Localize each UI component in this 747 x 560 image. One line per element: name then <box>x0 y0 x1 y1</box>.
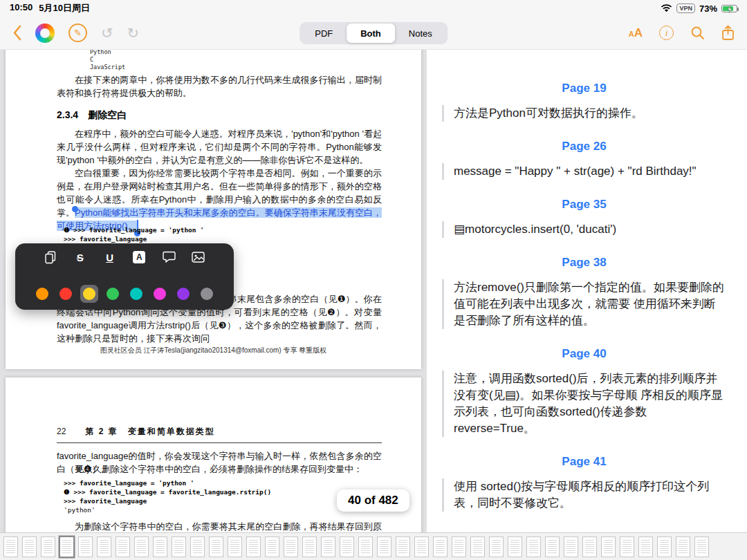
share-icon[interactable] <box>721 25 735 41</box>
segment-both[interactable]: Both <box>347 24 395 43</box>
image-icon[interactable] <box>191 250 206 264</box>
page-thumbnail[interactable] <box>321 536 335 557</box>
color-swatch-2[interactable] <box>80 285 98 303</box>
back-icon[interactable] <box>12 25 21 41</box>
page-thumbnail[interactable] <box>433 536 448 557</box>
text-size-button[interactable]: AA <box>629 26 643 40</box>
page-thumbnail[interactable] <box>116 536 130 557</box>
page-thumbnail[interactable] <box>526 536 541 557</box>
note-page-header: Page 38 <box>442 256 726 270</box>
code-snippet-top: PythonCJavaScript <box>90 50 125 71</box>
page-thumbnail[interactable] <box>582 536 597 557</box>
page-thumbnail[interactable] <box>153 536 167 557</box>
page-thumbnail[interactable] <box>414 536 429 557</box>
page-thumbnail[interactable] <box>59 536 74 557</box>
page-thumbnail[interactable] <box>41 536 55 557</box>
page-thumbnail[interactable] <box>265 536 279 557</box>
note-group: Page 26message = "Happy " + str(age) + "… <box>442 140 726 180</box>
redo-icon[interactable]: ↻ <box>127 26 140 40</box>
color-swatch-7[interactable] <box>198 285 216 303</box>
page-thumbnail[interactable] <box>340 536 354 557</box>
page-thumbnail[interactable] <box>78 536 93 557</box>
page2-chapter-title: 第 2 章 变量和简单数据类型 <box>85 426 214 438</box>
color-dot <box>201 288 213 300</box>
copy-icon[interactable] <box>43 250 58 264</box>
note-item[interactable]: ▤motorcycles.insert(0, 'ducati') <box>442 221 726 238</box>
page-thumbnail[interactable] <box>302 536 317 557</box>
page-thumbnail[interactable] <box>97 536 111 557</box>
page-thumbnail[interactable] <box>470 536 485 557</box>
page-thumbnail[interactable] <box>694 536 709 557</box>
color-swatch-5[interactable] <box>151 285 169 303</box>
note-page-header: Page 41 <box>442 455 726 469</box>
section-heading: 2.3.4 删除空白 <box>57 109 127 122</box>
page-thumbnail[interactable] <box>545 536 560 557</box>
note-item[interactable]: 使用 sorted()按与字母顺序相反的顺序打印这个列表，同时不要修改它。 <box>442 478 726 512</box>
pdf-page-40: PythonCJavaScript 在接下来的两章中，你将使用为数不多的几行代码… <box>6 50 421 369</box>
code-line: ❶ >>> favorite_language = 'python ' <box>64 225 204 234</box>
note-page-header: Page 26 <box>442 140 726 153</box>
search-icon[interactable] <box>690 26 705 40</box>
segment-pdf[interactable]: PDF <box>301 24 347 43</box>
note-item[interactable]: message = "Happy " + str(age) + "rd Birt… <box>442 163 726 180</box>
pdf-pane[interactable]: PythonCJavaScript 在接下来的两章中，你将使用为数不多的几行代码… <box>0 50 427 532</box>
code-block-2: >>> favorite_language = 'python '❶ >>> f… <box>64 478 271 514</box>
color-dot <box>59 288 72 300</box>
page-thumbnail[interactable] <box>657 536 672 557</box>
page-thumbnail[interactable] <box>508 536 522 557</box>
page-thumbnail[interactable] <box>228 536 242 557</box>
color-dot <box>177 288 190 300</box>
page-thumbnail[interactable] <box>209 536 223 557</box>
paragraph: 要永久删除这个字符串中的空白，必须将删除操作的结果存回到变量中： <box>57 463 382 476</box>
comment-icon[interactable] <box>161 250 176 264</box>
color-swatch-1[interactable] <box>57 285 75 303</box>
notes-pane[interactable]: Page 19方法是Python可对数据执行的操作。Page 26message… <box>427 50 747 532</box>
undo-icon[interactable]: ↺ <box>101 26 113 40</box>
color-settings-icon[interactable] <box>35 24 55 43</box>
note-item[interactable]: 方法remove()只删除第一个指定的值。如果要删除的值可能在列表中出现多次，就… <box>442 279 726 329</box>
page-thumbnail[interactable] <box>22 536 37 557</box>
paragraph: 在程序中，额外的空白可能令人迷惑。对程序员来说，'python'和'python… <box>57 127 382 167</box>
page-thumbnail[interactable] <box>358 536 373 557</box>
segment-notes[interactable]: Notes <box>395 24 446 43</box>
page-thumbnail[interactable] <box>452 536 466 557</box>
page-thumbnail[interactable] <box>564 536 578 557</box>
page-thumbnail[interactable] <box>172 536 186 557</box>
page-thumbnail[interactable] <box>246 536 261 557</box>
highlight-style-icon[interactable]: A <box>131 250 147 264</box>
page-thumbnail[interactable] <box>190 536 205 557</box>
page-thumbnail-strip[interactable] <box>0 532 747 560</box>
strikethrough-icon[interactable]: S <box>73 250 88 264</box>
page-thumbnail[interactable] <box>377 536 391 557</box>
page-thumbnail[interactable] <box>489 536 504 557</box>
page-thumbnail[interactable] <box>396 536 410 557</box>
wifi-icon <box>661 4 672 12</box>
paragraph: 在接下来的两章中，你将使用为数不多的几行代码来生成很多行输出，届时制表符和换行符… <box>57 73 382 100</box>
vpn-badge: VPN <box>676 3 695 13</box>
page-thumbnail[interactable] <box>601 536 616 557</box>
page-thumbnail[interactable] <box>676 536 690 557</box>
view-mode-segmented-control: PDFBothNotes <box>299 22 448 44</box>
info-icon[interactable]: i <box>659 26 674 40</box>
page-thumbnail[interactable] <box>3 536 18 557</box>
battery-percent: 73% <box>699 3 717 14</box>
underline-icon[interactable]: U <box>102 250 118 264</box>
page-thumbnail[interactable] <box>284 536 298 557</box>
color-dot <box>154 288 166 300</box>
pen-tool-icon[interactable]: ✎ <box>68 24 87 42</box>
paragraph: 为删除这个字符串中的空白，你需要将其末尾的空白删除，再将结果存回到原来的变量中（… <box>57 520 382 532</box>
color-swatch-3[interactable] <box>104 285 122 303</box>
color-swatch-0[interactable] <box>33 285 51 303</box>
page-thumbnail[interactable] <box>620 536 634 557</box>
header-rule <box>57 442 382 443</box>
note-item[interactable]: 注意，调用函数sorted()后，列表元素的排列顺序并没有变(见▤)。如果你要按… <box>442 371 726 437</box>
color-dot <box>36 288 48 300</box>
color-swatch-4[interactable] <box>127 285 145 303</box>
content-area: PythonCJavaScript 在接下来的两章中，你将使用为数不多的几行代码… <box>0 50 747 532</box>
page2-header: 22 第 2 章 变量和简单数据类型 <box>57 426 215 438</box>
page-thumbnail[interactable] <box>638 536 653 557</box>
note-item[interactable]: 方法是Python可对数据执行的操作。 <box>442 105 726 122</box>
page-thumbnail[interactable] <box>134 536 149 557</box>
code-line: ❶ >>> favorite_language = favorite_langu… <box>64 487 271 496</box>
color-swatch-6[interactable] <box>174 285 192 303</box>
